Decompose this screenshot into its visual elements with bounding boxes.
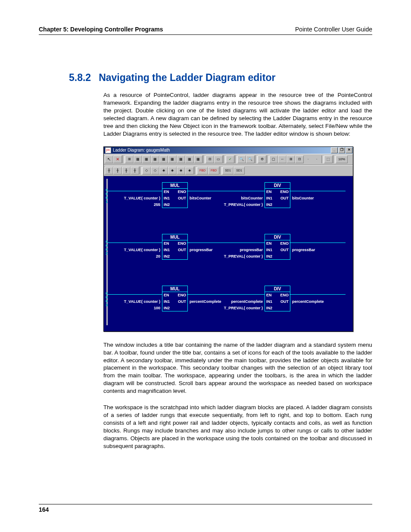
sd-icon[interactable]: SD1	[222, 167, 234, 174]
function-block-div[interactable]: DIV EN ENO IN1 OUT IN2	[265, 286, 290, 311]
pin-out: OUT	[280, 248, 289, 252]
sd-icon[interactable]: SD1	[234, 167, 245, 174]
fbd-icon[interactable]: FBD	[208, 167, 219, 174]
contact-icon[interactable]: ╫	[122, 167, 131, 174]
tool-icon[interactable]: ⬚	[324, 156, 333, 163]
pin-out: OUT	[280, 299, 289, 304]
input-label: T_PREVAL( counter )	[213, 254, 263, 258]
pin-en: EN	[164, 241, 169, 246]
tool-icon[interactable]: ·	[312, 156, 321, 163]
tool-icon[interactable]: ▭	[214, 156, 223, 163]
tool-icon[interactable]: ↔	[278, 156, 286, 163]
pin-eno: ENO	[177, 241, 186, 246]
check-icon[interactable]: ✓	[226, 156, 234, 163]
function-block-mul[interactable]: MUL EN ENO IN1 OUT IN2	[162, 182, 188, 208]
contact-icon[interactable]: ╫	[131, 167, 139, 174]
block-title: MUL	[162, 234, 187, 240]
function-block-div[interactable]: DIV EN ENO IN1 OUT IN2	[265, 234, 290, 260]
input-label: T_VALUE( counter )	[110, 196, 160, 200]
function-block-mul[interactable]: MUL EN ENO IN1 OUT IN2	[162, 234, 188, 260]
ladder-rung[interactable]: 0 0 0 2 MUL EN ENO IN1 OUT IN2 T_VALUE( …	[110, 230, 351, 274]
pin-in1: IN1	[266, 196, 272, 200]
input-label: T_VALUE( counter )	[110, 248, 160, 252]
tool-icon[interactable]: ▦	[168, 156, 177, 163]
fbd-icon[interactable]: FBD	[197, 167, 208, 174]
section-title-text: Navigating the Ladder Diagram editor	[99, 72, 275, 83]
tool-icon[interactable]: ▦	[142, 156, 151, 163]
coil-icon[interactable]: ◈	[159, 167, 168, 174]
zoom-in-icon[interactable]: 🔍	[237, 156, 246, 163]
header-left: Chapter 5: Developing Controller Program…	[39, 26, 163, 33]
input-label: percentComplete	[213, 299, 263, 304]
pin-in1: IN1	[266, 248, 272, 252]
tool-icon[interactable]: ▢	[269, 156, 278, 163]
tool-icon[interactable]: ▦	[134, 156, 142, 163]
function-block-mul[interactable]: MUL EN ENO IN1 OUT IN2	[162, 286, 188, 311]
coil-icon[interactable]: ◈	[168, 167, 177, 174]
pointer-tool-icon[interactable]: ↖	[105, 156, 113, 163]
input-label: T_PREVAL( counter )	[213, 306, 263, 310]
coil-icon[interactable]: ◈	[177, 167, 185, 174]
tool-icon[interactable]: ·	[304, 156, 312, 163]
zoom-out-icon[interactable]: 🔍	[246, 156, 255, 163]
tool-icon[interactable]: ▦	[159, 156, 168, 163]
input-label: T_VALUE( counter )	[110, 299, 160, 304]
settings-icon[interactable]: ⚙	[258, 156, 266, 163]
pin-en: EN	[266, 190, 272, 194]
app-icon: pc	[105, 147, 111, 153]
pin-out: OUT	[178, 248, 186, 252]
pin-en: EN	[164, 190, 169, 194]
workspace[interactable]: 0 0 0 1 MUL EN ENO IN1 OUT IN2 T_VALUE( …	[104, 176, 353, 331]
tool-icon[interactable]: ⊟	[206, 156, 214, 163]
titlebar: pc Ladder Diagram: gaugesMath _ ❐ ✕	[104, 147, 353, 154]
paragraph-2: The window includes a title bar containi…	[103, 341, 372, 395]
pin-in1: IN1	[266, 299, 272, 304]
ladder-editor-window: pc Ladder Diagram: gaugesMath _ ❐ ✕ ↖ ✕ …	[103, 146, 353, 332]
pin-in2: IN2	[266, 306, 272, 310]
page-number: 164	[39, 504, 372, 513]
tool-icon[interactable]: ▦	[151, 156, 159, 163]
delete-tool-icon[interactable]: ✕	[113, 156, 122, 163]
section-number: 5.8.2	[69, 72, 91, 83]
tool-icon[interactable]: ▦	[185, 156, 194, 163]
contact-icon[interactable]: ╫	[105, 167, 113, 174]
coil-icon[interactable]: ◇	[151, 167, 159, 174]
pin-in1: IN1	[164, 248, 170, 252]
input-label: 20	[110, 254, 160, 258]
pin-in2: IN2	[164, 254, 170, 258]
tool-icon[interactable]: ▦	[177, 156, 185, 163]
tool-icon[interactable]: ⊞	[125, 156, 134, 163]
zoom-level[interactable]: 10%	[336, 156, 348, 163]
minimize-button[interactable]: _	[331, 147, 338, 153]
pin-in2: IN2	[266, 202, 272, 207]
pin-eno: ENO	[280, 241, 289, 246]
output-label: bitsCounter	[190, 196, 212, 200]
ladder-rung[interactable]: 0 0 0 3 MUL EN ENO IN1 OUT IN2 T_VALUE( …	[110, 282, 351, 325]
output-label: progressBar	[190, 248, 213, 252]
function-block-div[interactable]: DIV EN ENO IN1 OUT IN2	[265, 182, 290, 208]
contact-icon[interactable]: ╫	[113, 167, 122, 174]
output-label: bitsCounter	[292, 196, 314, 200]
maximize-button[interactable]: ❐	[338, 147, 345, 153]
block-title: DIV	[265, 286, 290, 292]
ladder-rung[interactable]: 0 0 0 1 MUL EN ENO IN1 OUT IN2 T_VALUE( …	[110, 179, 351, 222]
paragraph-3: The workspace is the scratchpad into whi…	[103, 404, 372, 450]
block-title: MUL	[162, 183, 187, 189]
pin-in2: IN2	[266, 254, 272, 258]
tool-icon[interactable]: ⊡	[295, 156, 304, 163]
pin-eno: ENO	[280, 190, 289, 194]
coil-icon[interactable]: ◇	[142, 167, 151, 174]
close-button[interactable]: ✕	[346, 147, 352, 153]
coil-icon[interactable]: ◈	[185, 167, 194, 174]
input-label: T_PREVAL( counter )	[213, 202, 263, 207]
pin-en: EN	[164, 293, 169, 297]
tool-icon[interactable]: ▦	[194, 156, 202, 163]
block-title: DIV	[265, 234, 290, 240]
window-title: Ladder Diagram: gaugesMath	[113, 148, 170, 152]
tool-icon[interactable]: ⊞	[286, 156, 295, 163]
block-title: DIV	[265, 183, 290, 189]
input-label: progressBar	[213, 248, 263, 252]
pin-in1: IN1	[164, 299, 170, 304]
rung-number: 0 0 0 1	[101, 188, 108, 204]
block-title: MUL	[162, 286, 187, 292]
